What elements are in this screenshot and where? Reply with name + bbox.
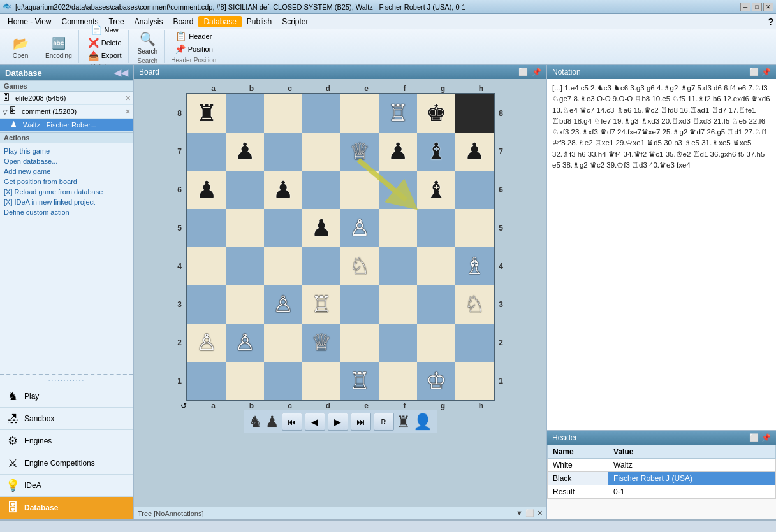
chess-square-a3[interactable] — [187, 285, 226, 324]
chess-square-b6[interactable] — [226, 171, 264, 209]
menu-database[interactable]: Database — [198, 16, 241, 27]
chess-square-a1[interactable] — [187, 362, 226, 400]
action-get-position[interactable]: Get position from board — [4, 176, 129, 187]
tree-down-icon[interactable]: ▼ — [516, 509, 523, 517]
sidebar-item-play[interactable]: ♞ Play — [0, 385, 133, 408]
position-button[interactable]: 📌 Position — [172, 43, 216, 55]
action-open-database[interactable]: Open database... — [4, 156, 129, 166]
chess-square-b8[interactable] — [226, 94, 264, 133]
nav-last-button[interactable]: ⏭ — [351, 413, 371, 431]
chess-square-a2[interactable]: ♙ — [187, 324, 226, 362]
chess-square-h4[interactable]: ♗ — [455, 247, 494, 285]
action-reload-game[interactable]: [X] Reload game from database — [4, 187, 129, 197]
open-button[interactable]: 📂 Open — [9, 33, 32, 61]
menu-board[interactable]: Board — [168, 16, 198, 27]
chess-square-f6[interactable] — [379, 171, 417, 209]
chess-square-g2[interactable] — [417, 324, 455, 362]
chess-square-c2[interactable] — [264, 324, 302, 362]
new-button[interactable]: 📄 New — [89, 24, 121, 36]
chess-board[interactable]: ♜♖♚♟♕♟♝♟♟♟♝♟♙♘♗♙♖♘♙♙♕♖♔ — [186, 93, 495, 401]
chess-square-e6[interactable] — [340, 171, 379, 209]
help-icon[interactable]: ? — [768, 17, 773, 27]
header-row-white[interactable]: White Waltz — [548, 459, 776, 472]
chess-square-g7[interactable]: ♝ — [417, 133, 455, 171]
chess-square-b4[interactable] — [226, 247, 264, 285]
chess-square-h3[interactable]: ♘ — [455, 285, 494, 324]
chess-square-h5[interactable] — [455, 209, 494, 247]
chess-square-d7[interactable] — [302, 133, 340, 171]
sidebar-item-idea[interactable]: 💡 IDeA — [0, 475, 133, 497]
header-row-black[interactable]: Black Fischer Robert J (USA) — [548, 472, 776, 485]
chess-square-h8[interactable] — [455, 94, 494, 133]
sidebar-item-engine-competitions[interactable]: ⚔ Engine Competitions — [0, 452, 133, 475]
chess-square-b2[interactable]: ♙ — [226, 324, 264, 362]
header-button[interactable]: 📋 Header — [173, 30, 214, 43]
chess-square-e8[interactable] — [340, 94, 379, 133]
encoding-button[interactable]: 🔤 Encoding — [43, 33, 75, 61]
chess-square-g1[interactable]: ♔ — [417, 362, 455, 400]
chess-square-c7[interactable] — [264, 133, 302, 171]
chess-square-c4[interactable] — [264, 247, 302, 285]
chess-square-b5[interactable] — [226, 209, 264, 247]
minimize-button[interactable]: ─ — [740, 3, 750, 11]
board-maximize-icon[interactable]: ⬜ — [518, 68, 528, 76]
chess-square-e5[interactable]: ♙ — [340, 209, 379, 247]
chess-square-b1[interactable] — [226, 362, 264, 400]
close-button[interactable]: ✕ — [763, 3, 773, 11]
action-define-action[interactable]: Define custom action — [4, 207, 129, 217]
menu-analysis[interactable]: Analysis — [129, 16, 168, 27]
chess-square-d4[interactable] — [302, 247, 340, 285]
game-item-elite2008[interactable]: 🗄 elite2008 (5456) ✕ — [0, 92, 133, 105]
header-expand-icon[interactable]: ⬜ — [749, 433, 759, 442]
nav-reset-button[interactable]: R — [374, 413, 394, 431]
chess-square-e7[interactable]: ♕ — [340, 133, 379, 171]
chess-square-d2[interactable]: ♕ — [302, 324, 340, 362]
tree-expand-icon[interactable]: ⬜ — [525, 509, 534, 517]
header-row-result[interactable]: Result 0-1 — [548, 485, 776, 499]
search-button[interactable]: 🔍 Search — [135, 29, 161, 56]
sidebar-item-database[interactable]: 🗄 Database — [0, 497, 133, 519]
chess-square-a7[interactable] — [187, 133, 226, 171]
chess-square-c1[interactable] — [264, 362, 302, 400]
chess-square-g3[interactable] — [417, 285, 455, 324]
game-item-waltz[interactable]: ♟ Waltz - Fischer Rober... — [0, 119, 133, 132]
chess-square-f2[interactable] — [379, 324, 417, 362]
game-close-button-2[interactable]: ✕ — [125, 108, 131, 116]
action-idea-linked[interactable]: [X] IDeA in new linked project — [4, 197, 129, 207]
chess-square-c8[interactable] — [264, 94, 302, 133]
expand-icon[interactable]: ▽ — [3, 108, 8, 115]
nav-first-button[interactable]: ⏮ — [282, 413, 302, 431]
chess-square-f1[interactable] — [379, 362, 417, 400]
tree-close-icon[interactable]: ✕ — [537, 509, 543, 517]
maximize-button[interactable]: □ — [752, 3, 762, 11]
chess-square-d6[interactable] — [302, 171, 340, 209]
export-button[interactable]: 📤 Export — [85, 49, 124, 62]
chess-square-h7[interactable]: ♟ — [455, 133, 494, 171]
header-header-buttons[interactable]: ⬜ 📌 — [749, 433, 771, 442]
board-pin-icon[interactable]: 📌 — [532, 68, 541, 76]
chess-square-g8[interactable]: ♚ — [417, 94, 455, 133]
chess-square-d3[interactable]: ♖ — [302, 285, 340, 324]
sidebar-item-sandbox[interactable]: 🏖 Sandbox — [0, 408, 133, 430]
chess-square-h6[interactable] — [455, 171, 494, 209]
chess-square-e3[interactable] — [340, 285, 379, 324]
notation-pin-icon[interactable]: 📌 — [761, 68, 771, 76]
notation-header-buttons[interactable]: ⬜ 📌 — [749, 68, 771, 76]
chess-square-d1[interactable] — [302, 362, 340, 400]
chess-square-h2[interactable] — [455, 324, 494, 362]
tree-controls[interactable]: ▼ ⬜ ✕ — [516, 509, 543, 517]
header-pin-icon[interactable]: 📌 — [761, 433, 771, 442]
notation-content[interactable]: [...] 1.e4 c5 2.♞c3 ♞c6 3.g3 g6 4.♗g2 ♗g… — [547, 79, 776, 430]
chess-square-d5[interactable]: ♟ — [302, 209, 340, 247]
chess-square-h1[interactable] — [455, 362, 494, 400]
chess-square-a6[interactable]: ♟ — [187, 171, 226, 209]
menu-home-view[interactable]: Home - View — [3, 16, 56, 27]
window-controls[interactable]: ─ □ ✕ — [740, 3, 773, 11]
chess-square-a8[interactable]: ♜ — [187, 94, 226, 133]
chess-square-b3[interactable] — [226, 285, 264, 324]
board-bottom-corner[interactable]: ↺ — [180, 401, 194, 410]
action-play-game[interactable]: Play this game — [4, 146, 129, 156]
chess-square-a5[interactable] — [187, 209, 226, 247]
chess-square-f3[interactable] — [379, 285, 417, 324]
chess-square-c5[interactable] — [264, 209, 302, 247]
